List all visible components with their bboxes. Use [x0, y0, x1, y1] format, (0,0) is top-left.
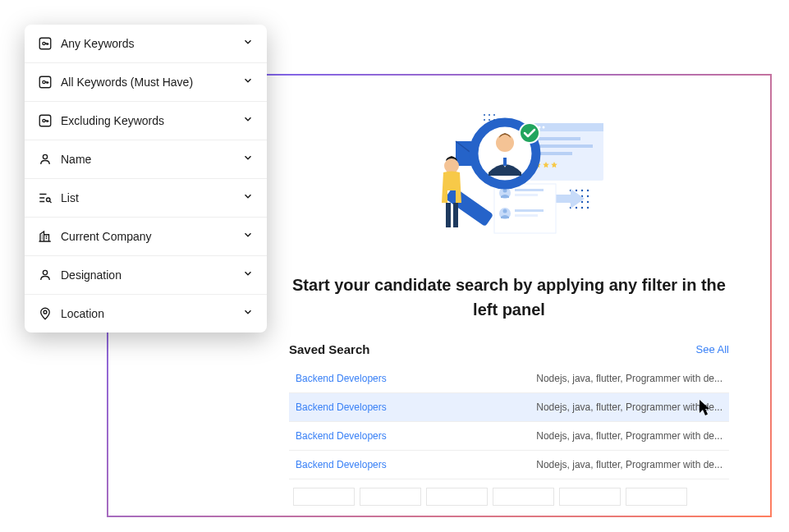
filter-list[interactable]: List	[25, 179, 267, 218]
svg-point-47	[489, 119, 490, 121]
chevron-down-icon	[242, 152, 254, 167]
saved-search-row[interactable]: Backend Developers Nodejs, java, flutter…	[289, 393, 729, 422]
chevron-down-icon	[242, 75, 254, 89]
saved-search-row[interactable]: Backend Developers Nodejs, java, flutter…	[289, 365, 729, 393]
svg-point-10	[581, 190, 583, 191]
building-icon	[38, 229, 53, 244]
filter-location[interactable]: Location	[25, 295, 267, 332]
search-row-name: Backend Developers	[296, 373, 387, 384]
svg-point-46	[484, 119, 485, 121]
search-row-desc: Nodejs, java, flutter, Programmer with d…	[536, 401, 722, 413]
svg-rect-37	[503, 158, 507, 166]
svg-point-9	[576, 190, 577, 191]
filter-any-keywords[interactable]: Any Keywords	[25, 25, 267, 63]
saved-search-title: Saved Search	[289, 342, 369, 356]
main-heading: Start your candidate search by applying …	[289, 273, 729, 322]
svg-point-11	[587, 190, 589, 191]
svg-point-23	[587, 207, 589, 209]
svg-point-48	[493, 119, 495, 121]
filter-label: Name	[61, 153, 234, 166]
svg-point-44	[489, 114, 490, 116]
svg-point-57	[43, 270, 47, 274]
search-row-desc: Nodejs, java, flutter, Programmer with d…	[536, 373, 722, 384]
person-icon	[38, 268, 53, 282]
svg-point-58	[44, 310, 47, 314]
svg-rect-7	[535, 152, 572, 155]
chevron-down-icon	[242, 113, 254, 128]
svg-rect-33	[445, 186, 493, 227]
search-row-name: Backend Developers	[296, 459, 387, 470]
svg-point-55	[43, 154, 47, 158]
key-icon	[38, 113, 53, 128]
key-icon	[38, 75, 53, 89]
svg-point-54	[43, 119, 45, 122]
list-search-icon	[38, 190, 53, 205]
key-icon	[38, 36, 53, 51]
search-row-desc: Nodejs, java, flutter, Programmer with d…	[536, 430, 722, 442]
svg-point-36	[496, 134, 514, 152]
svg-point-30	[503, 209, 507, 213]
filter-label: Designation	[61, 268, 234, 282]
svg-point-4	[543, 126, 545, 129]
svg-point-15	[587, 195, 589, 197]
filter-name[interactable]: Name	[25, 140, 267, 179]
svg-point-18	[581, 201, 583, 203]
svg-rect-28	[515, 194, 538, 196]
filter-excluding-keywords[interactable]: Excluding Keywords	[25, 102, 267, 140]
saved-search-row[interactable]: Backend Developers Nodejs, java, flutter…	[289, 422, 729, 451]
svg-point-19	[587, 201, 589, 203]
filter-label: All Keywords (Must Have)	[61, 76, 234, 89]
svg-rect-27	[515, 189, 544, 191]
location-icon	[38, 306, 53, 321]
svg-rect-32	[515, 214, 538, 217]
svg-rect-41	[446, 203, 451, 227]
svg-point-45	[493, 114, 495, 116]
svg-rect-6	[535, 144, 593, 148]
saved-search-header: Saved Search See All	[289, 342, 729, 356]
svg-point-52	[43, 80, 45, 83]
filter-panel: Any Keywords All Keywords (Must Have)	[25, 25, 267, 332]
svg-point-21	[576, 207, 577, 209]
saved-search-row[interactable]: Backend Developers Nodejs, java, flutter…	[289, 451, 729, 479]
svg-point-56	[47, 198, 51, 202]
svg-point-43	[484, 114, 485, 116]
svg-rect-31	[515, 209, 544, 212]
chevron-down-icon	[242, 229, 254, 244]
candidate-search-illustration	[394, 108, 624, 256]
chevron-down-icon	[242, 190, 254, 205]
svg-rect-42	[453, 203, 458, 227]
filter-all-keywords[interactable]: All Keywords (Must Have)	[25, 63, 267, 102]
bottom-placeholder-boxes	[293, 488, 687, 506]
chevron-down-icon	[242, 306, 254, 321]
filter-label: Excluding Keywords	[61, 114, 234, 127]
svg-rect-5	[535, 137, 580, 140]
search-row-desc: Nodejs, java, flutter, Programmer with d…	[536, 459, 722, 470]
search-row-name: Backend Developers	[296, 401, 387, 413]
chevron-down-icon	[242, 268, 254, 282]
search-row-name: Backend Developers	[296, 430, 387, 442]
filter-designation[interactable]: Designation	[25, 256, 267, 295]
see-all-link[interactable]: See All	[696, 343, 729, 355]
svg-point-50	[43, 42, 45, 44]
filter-current-company[interactable]: Current Company	[25, 218, 267, 256]
filter-label: Location	[61, 307, 234, 320]
filter-label: Any Keywords	[61, 37, 234, 50]
filter-label: Current Company	[61, 230, 234, 243]
person-icon	[38, 152, 53, 167]
svg-point-22	[581, 207, 583, 209]
chevron-down-icon	[242, 36, 254, 51]
filter-label: List	[61, 191, 234, 204]
svg-point-40	[444, 158, 459, 173]
